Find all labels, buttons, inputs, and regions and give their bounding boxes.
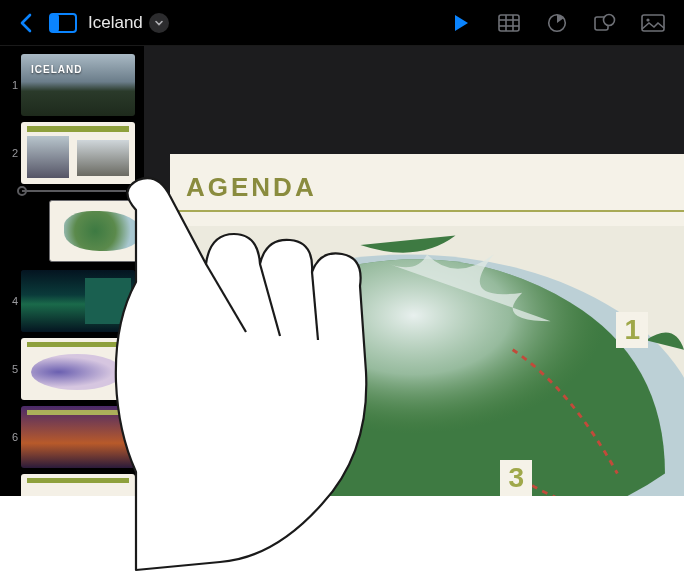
slide-thumbnail[interactable] <box>21 338 135 400</box>
slide-thumbnail[interactable]: ICELAND <box>21 54 135 116</box>
app-window: Iceland <box>0 0 684 496</box>
thumb-number: 6 <box>0 431 18 443</box>
toolbar: Iceland <box>0 0 684 46</box>
thumb-row[interactable]: 7 <box>0 474 138 496</box>
svg-rect-1 <box>50 14 59 32</box>
svg-rect-10 <box>642 15 664 31</box>
thumb-number: 5 <box>0 363 18 375</box>
map-marker: 3 <box>500 460 532 496</box>
insertion-indicator <box>22 190 126 192</box>
svg-point-11 <box>646 18 649 21</box>
table-insert-button[interactable] <box>492 6 526 40</box>
title-chevron-icon <box>149 13 169 33</box>
svg-point-9 <box>604 14 615 25</box>
slide-thumbnail[interactable] <box>21 270 135 332</box>
thumb-row[interactable]: 6 <box>0 406 138 468</box>
play-button[interactable] <box>444 6 478 40</box>
thumb-number: 4 <box>0 295 18 307</box>
sidebar-toggle-button[interactable] <box>46 6 80 40</box>
media-insert-button[interactable] <box>636 6 670 40</box>
slide-map-image[interactable]: 1 3 <box>170 226 684 496</box>
slide-thumbnail[interactable] <box>21 474 135 496</box>
thumb-row[interactable]: 2 <box>0 122 138 184</box>
thumb-row[interactable]: 1 ICELAND <box>0 54 138 116</box>
back-button[interactable] <box>8 6 42 40</box>
current-slide[interactable]: AGENDA <box>170 154 684 496</box>
thumb-row[interactable]: 4 <box>0 270 138 332</box>
document-title-block[interactable]: Iceland <box>88 13 169 33</box>
slide-navigator[interactable]: 1 ICELAND 2 4 5 6 <box>0 46 144 496</box>
map-marker: 1 <box>616 312 648 348</box>
slide-canvas[interactable]: AGENDA <box>144 46 684 496</box>
thumb-row[interactable]: 5 <box>0 338 138 400</box>
slide-thumbnail[interactable] <box>21 122 135 184</box>
thumb-number: 2 <box>0 147 18 159</box>
slide-title[interactable]: AGENDA <box>186 172 317 203</box>
slide-thumbnail-dragging[interactable] <box>49 200 144 262</box>
thumb-row-dragging[interactable] <box>0 190 138 264</box>
shape-insert-button[interactable] <box>588 6 622 40</box>
document-title: Iceland <box>88 13 143 33</box>
slide-divider <box>170 210 684 212</box>
chart-insert-button[interactable] <box>540 6 574 40</box>
svg-rect-2 <box>499 15 519 31</box>
thumb-number: 1 <box>0 79 18 91</box>
slide-thumbnail[interactable] <box>21 406 135 468</box>
content-area: 1 ICELAND 2 4 5 6 <box>0 46 684 496</box>
